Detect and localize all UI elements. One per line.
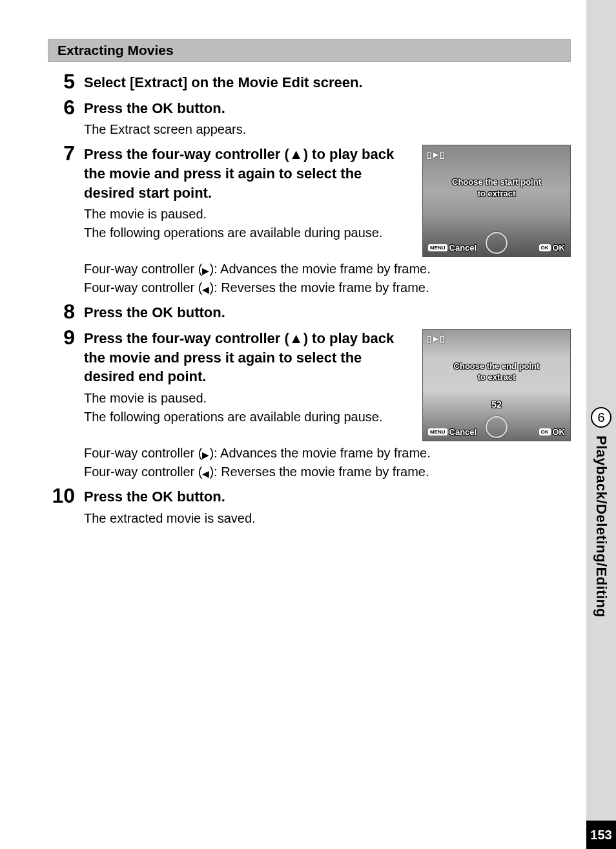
step-heading: Press the OK button. xyxy=(84,487,571,507)
chapter-tab: 6 Playback/Deleting/Editing xyxy=(586,407,616,617)
step-description: The movie is paused. The following opera… xyxy=(84,205,411,242)
step-number: 9 xyxy=(48,327,84,481)
left-icon: ◀ xyxy=(202,468,209,479)
step-heading: Press the four-way controller (▲) to pla… xyxy=(84,145,411,202)
extract-mode-icon: ▯►▯ xyxy=(427,333,444,344)
step-heading: Press the four-way controller (▲) to pla… xyxy=(84,329,411,386)
ok-label: OK xyxy=(553,243,566,253)
right-icon: ▶ xyxy=(202,450,209,460)
step-5: 5 Select [Extract] on the Movie Edit scr… xyxy=(48,71,571,93)
manual-page: 6 Playback/Deleting/Editing 153 Extracti… xyxy=(0,0,616,849)
step-description: The Extract screen appears. xyxy=(84,120,571,139)
ok-label: OK xyxy=(553,427,566,437)
step-heading: Press the OK button. xyxy=(84,99,571,118)
step-description: Four-way controller (▶): Advances the mo… xyxy=(84,444,571,481)
step-9: 9 Press the four-way controller (▲) to p… xyxy=(48,327,571,481)
step-number: 5 xyxy=(48,71,84,93)
right-icon: ▶ xyxy=(202,266,209,276)
step-number: 6 xyxy=(48,97,84,140)
step-description: Four-way controller (▶): Advances the mo… xyxy=(84,260,571,297)
ok-tag: OK xyxy=(539,428,551,435)
camera-screen-end: ▯►▯ Choose the end pointto extract 52 ME… xyxy=(422,329,571,441)
step-8: 8 Press the OK button. xyxy=(48,301,571,323)
chapter-number: 6 xyxy=(591,407,611,428)
section-header: Extracting Movies xyxy=(48,39,571,62)
step-description: The extracted movie is saved. xyxy=(84,509,571,528)
menu-tag: MENU xyxy=(428,244,447,251)
cancel-label: Cancel xyxy=(449,427,477,437)
left-icon: ◀ xyxy=(202,284,209,295)
screen-prompt: Choose the end pointto extract xyxy=(423,361,570,383)
menu-tag: MENU xyxy=(428,428,447,435)
step-heading: Press the OK button. xyxy=(84,303,571,322)
content-area: Extracting Movies 5 Select [Extract] on … xyxy=(48,39,571,532)
frame-counter: 52 xyxy=(423,399,570,410)
extract-mode-icon: ▯►▯ xyxy=(427,149,444,160)
step-7: 7 Press the four-way controller (▲) to p… xyxy=(48,143,571,297)
step-10: 10 Press the OK button. The extracted mo… xyxy=(48,485,571,528)
ok-tag: OK xyxy=(539,244,551,251)
page-number: 153 xyxy=(586,821,616,849)
step-number: 10 xyxy=(48,485,84,528)
step-heading: Select [Extract] on the Movie Edit scree… xyxy=(84,73,571,92)
camera-screen-start: ▯►▯ Choose the start pointto extract MEN… xyxy=(422,145,571,257)
step-number: 8 xyxy=(48,301,84,323)
step-description: The movie is paused. The following opera… xyxy=(84,389,411,426)
chapter-title: Playback/Deleting/Editing xyxy=(593,435,610,617)
step-number: 7 xyxy=(48,143,84,297)
step-6: 6 Press the OK button. The Extract scree… xyxy=(48,97,571,140)
steps-list: 5 Select [Extract] on the Movie Edit scr… xyxy=(48,71,571,528)
cancel-label: Cancel xyxy=(449,243,477,253)
screen-prompt: Choose the start pointto extract xyxy=(423,176,570,199)
